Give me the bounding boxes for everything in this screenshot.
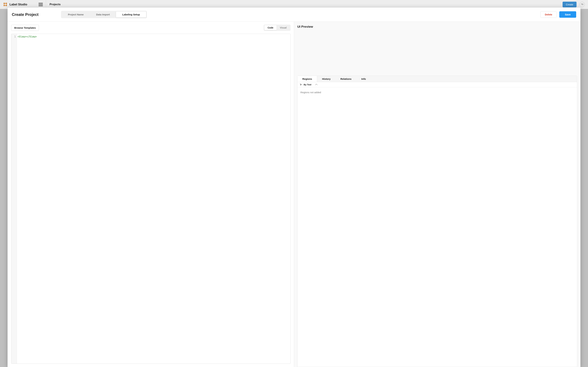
editor-toolbar: Browse Templates Code Visual	[11, 25, 291, 31]
save-button[interactable]: Save	[559, 11, 576, 18]
step-project-name[interactable]: Project Name	[62, 11, 90, 17]
svg-point-4	[316, 84, 317, 84]
header-right: Create T9	[562, 2, 588, 7]
menu-icon[interactable]	[39, 2, 43, 7]
modal-body: Browse Templates Code Visual 1 <View></V…	[8, 22, 580, 367]
step-labeling-setup[interactable]: Labeling Setup	[116, 11, 146, 17]
delete-button[interactable]: Delete	[540, 11, 557, 18]
svg-rect-2	[4, 5, 5, 6]
avatar[interactable]: T9	[579, 2, 585, 7]
svg-rect-3	[6, 5, 7, 6]
code-content[interactable]: <View></View>	[17, 34, 290, 364]
editor-view-toggle: Code Visual	[264, 25, 291, 31]
modal-title: Create Project	[12, 12, 58, 17]
create-project-modal: Create Project Project Name Data Import …	[8, 8, 580, 367]
ui-preview-panel: UI Preview Regions History Relations Inf…	[294, 22, 580, 367]
step-data-import[interactable]: Data Import	[90, 11, 116, 17]
tab-regions[interactable]: Regions	[297, 76, 317, 82]
visual-view-toggle[interactable]: Visual	[277, 25, 290, 30]
regions-tabs: Regions History Relations Info	[297, 76, 577, 82]
logo-icon	[3, 2, 7, 6]
wizard-steps: Project Name Data Import Labeling Setup	[61, 11, 147, 18]
modal-actions: Delete Save	[540, 11, 576, 18]
line-gutter: 1	[11, 34, 17, 364]
regions-panel: Regions History Relations Info By Tool R…	[297, 76, 577, 367]
visibility-icon[interactable]	[315, 83, 318, 86]
tab-relations[interactable]: Relations	[336, 76, 356, 82]
preview-canvas	[297, 30, 577, 76]
regions-sort[interactable]: By Tool	[297, 82, 577, 87]
svg-rect-0	[4, 3, 5, 4]
breadcrumb[interactable]: Projects	[46, 3, 61, 6]
app-title: Label Studio	[9, 3, 36, 6]
svg-rect-1	[6, 3, 7, 4]
config-editor-panel: Browse Templates Code Visual 1 <View></V…	[8, 22, 294, 367]
cursor-icon	[300, 83, 302, 86]
sort-label: By Tool	[304, 83, 311, 86]
code-view-toggle[interactable]: Code	[264, 25, 277, 30]
browse-templates-button[interactable]: Browse Templates	[11, 25, 39, 31]
create-button[interactable]: Create	[562, 2, 577, 7]
tab-info[interactable]: Info	[356, 76, 371, 82]
modal-header: Create Project Project Name Data Import …	[8, 8, 580, 22]
preview-title: UI Preview	[297, 25, 577, 28]
tab-history[interactable]: History	[317, 76, 336, 82]
code-editor[interactable]: 1 <View></View>	[11, 34, 291, 364]
regions-empty-message: Regions not added	[297, 87, 577, 97]
